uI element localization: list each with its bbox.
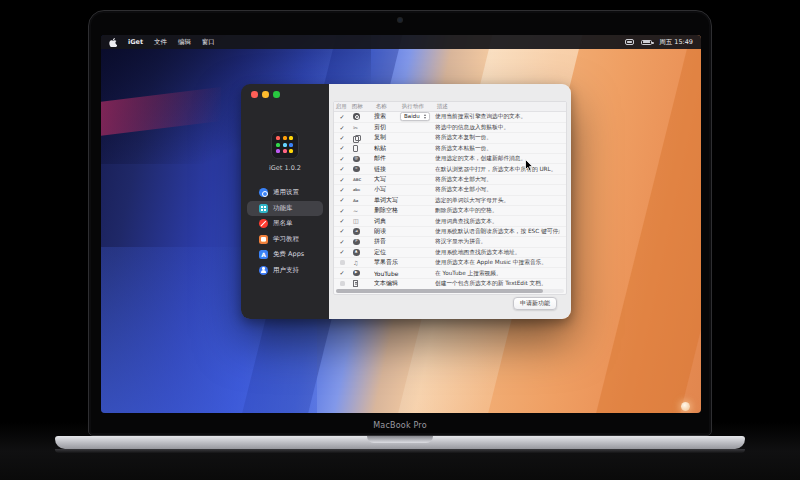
lowercase-icon: abc: [353, 187, 360, 192]
feature-row[interactable]: ✓✂剪切将选中的信息放入剪贴板中。: [334, 122, 566, 132]
enabled-checkbox-unchecked[interactable]: [340, 260, 345, 265]
feature-name: 粘贴: [374, 144, 400, 153]
feature-description: 将所选文本全部小写。: [435, 186, 559, 195]
app-icon: [271, 131, 299, 159]
sidebar-item-person[interactable]: 用户支持: [247, 263, 323, 279]
apple-menu-icon[interactable]: [109, 38, 117, 47]
feature-row[interactable]: ✓abc小写将所选文本全部小写。: [334, 184, 566, 194]
enabled-checkbox-checked[interactable]: ✓: [339, 187, 344, 193]
sidebar-item-a[interactable]: 免费 Apps: [247, 247, 323, 263]
feature-row[interactable]: ✓▲定位使用系统地图查找所选文本地址。: [334, 247, 566, 257]
zoom-button[interactable]: [273, 91, 280, 98]
feature-row[interactable]: 文本编辑创建一个包含所选文本的新 TextEdit 文档。: [334, 278, 566, 288]
enabled-checkbox-checked[interactable]: ✓: [339, 239, 344, 245]
feature-description: 使用当前搜索引擎查询选中的文本。: [435, 112, 559, 121]
feature-name: 搜索: [374, 112, 400, 121]
menu-item[interactable]: 窗口: [202, 38, 215, 47]
enabled-checkbox-checked[interactable]: ✓: [339, 145, 344, 151]
feature-row[interactable]: ✓Aa单词大写选定的单词以大写字母开头。: [334, 195, 566, 205]
enabled-checkbox-checked[interactable]: ✓: [339, 218, 344, 224]
window-sidebar: iGet 1.0.2 通用设置功能库黑名单学习教程免费 Apps用户支持: [241, 84, 329, 319]
app-version-label: iGet 1.0.2: [241, 164, 329, 172]
copy-icon: [353, 135, 359, 141]
enabled-checkbox-checked[interactable]: ✓: [339, 249, 344, 255]
horizontal-scrollbar[interactable]: [336, 289, 564, 293]
feature-description: 使用系统地图查找所选文本地址。: [435, 248, 559, 257]
menu-item[interactable]: 文件: [154, 38, 167, 47]
feature-name: 大写: [374, 175, 400, 184]
feature-name: 苹果音乐: [374, 258, 400, 267]
mouse-cursor: [525, 157, 534, 170]
feature-name: 剪切: [374, 123, 400, 132]
features-table: 启用图标名称执行动作描述 ✓搜索Baidu使用当前搜索引擎查询选中的文本。✓✂剪…: [333, 101, 567, 295]
sidebar-item-gear[interactable]: 通用设置: [247, 185, 323, 201]
sidebar-nav: 通用设置功能库黑名单学习教程免费 Apps用户支持: [241, 185, 329, 278]
menu-bar: iGet文件编辑窗口 周五 15:49: [101, 35, 701, 49]
menu-item[interactable]: iGet: [128, 38, 143, 47]
iget-window: iGet 1.0.2 通用设置功能库黑名单学习教程免费 Apps用户支持 启用图…: [241, 84, 571, 319]
enabled-checkbox-checked[interactable]: ✓: [339, 114, 344, 120]
feature-row[interactable]: ✓粘贴将所选文本粘贴一份。: [334, 143, 566, 153]
enabled-checkbox-unchecked[interactable]: [340, 281, 345, 286]
speech-icon: ◄: [353, 228, 360, 235]
sidebar-item-label: 通用设置: [273, 188, 299, 197]
feature-description: 在 YouTube 上搜索视频。: [435, 269, 559, 278]
pinyin-icon: P: [353, 239, 360, 246]
gear-icon: [259, 188, 268, 197]
feature-row[interactable]: ✓◫词典使用词典查找所选文本。: [334, 215, 566, 225]
enabled-checkbox-checked[interactable]: ✓: [339, 125, 344, 131]
feature-row[interactable]: ✓ABC大写将所选文本全部大写。: [334, 174, 566, 184]
enabled-checkbox-checked[interactable]: ✓: [339, 270, 344, 276]
enabled-checkbox-checked[interactable]: ✓: [339, 156, 344, 162]
link-icon: ∞: [353, 166, 360, 173]
feature-row[interactable]: ✓复制将所选文本复制一份。: [334, 132, 566, 142]
battery-icon[interactable]: [641, 40, 652, 45]
feature-row[interactable]: ♫苹果音乐使用所选文本在 Apple Music 中搜索音乐。: [334, 257, 566, 267]
menu-item[interactable]: 编辑: [178, 38, 191, 47]
feature-row[interactable]: ✓◄朗读使用系统默认语音朗读所选文本，按 ESC 键可停止: [334, 226, 566, 236]
minimize-button[interactable]: [262, 91, 269, 98]
control-center-icon[interactable]: [625, 39, 634, 45]
sidebar-item-grid[interactable]: 功能库: [247, 201, 323, 217]
feature-description: 将汉字显示为拼音。: [435, 238, 559, 247]
close-button[interactable]: [251, 91, 258, 98]
wallpaper-glow-dot: [681, 402, 690, 411]
sidebar-item-book[interactable]: 学习教程: [247, 232, 323, 248]
lid-notch: [367, 436, 433, 443]
capitalize-icon: Aa: [353, 198, 358, 203]
a-icon: [259, 250, 268, 259]
menubar-clock[interactable]: 周五 15:49: [659, 38, 693, 47]
sidebar-item-label: 黑名单: [273, 219, 293, 228]
feature-row[interactable]: ✓▶YouTube在 YouTube 上搜索视频。: [334, 267, 566, 277]
sidebar-item-label: 用户支持: [273, 266, 299, 275]
scrollbar-thumb[interactable]: [336, 289, 543, 293]
window-content: 启用图标名称执行动作描述 ✓搜索Baidu使用当前搜索引擎查询选中的文本。✓✂剪…: [329, 84, 571, 319]
youtube-icon: ▶: [353, 270, 360, 277]
feature-name: 小写: [374, 185, 400, 194]
sidebar-item-block[interactable]: 黑名单: [247, 216, 323, 232]
sidebar-item-label: 学习教程: [273, 235, 299, 244]
feature-description: 使用所选文本在 Apple Music 中搜索音乐。: [435, 258, 559, 267]
desktop-scene: iGet文件编辑窗口 周五 15:49 iGet 1.0.2: [0, 0, 800, 480]
feature-row[interactable]: ✓~删除空格删除所选文本中的空格。: [334, 205, 566, 215]
column-header: 启用: [334, 102, 349, 110]
search-icon: [353, 113, 360, 120]
table-header: 启用图标名称执行动作描述: [334, 102, 566, 112]
sidebar-item-label: 功能库: [273, 204, 293, 213]
enabled-checkbox-checked[interactable]: ✓: [339, 228, 344, 234]
enabled-checkbox-checked[interactable]: ✓: [339, 197, 344, 203]
feature-row[interactable]: ✓P拼音将汉字显示为拼音。: [334, 236, 566, 246]
macbook-base: [55, 436, 745, 449]
enabled-checkbox-checked[interactable]: ✓: [339, 135, 344, 141]
enabled-checkbox-checked[interactable]: ✓: [339, 208, 344, 214]
feature-row[interactable]: ✓搜索Baidu使用当前搜索引擎查询选中的文本。: [334, 112, 566, 122]
enabled-checkbox-checked[interactable]: ✓: [339, 177, 344, 183]
feature-name: 单词大写: [374, 196, 400, 205]
feature-description: 将所选文本全部大写。: [435, 175, 559, 184]
feature-name: 复制: [374, 133, 400, 142]
action-dropdown[interactable]: Baidu: [400, 112, 430, 121]
menubar-menus: iGet文件编辑窗口: [128, 38, 215, 47]
enabled-checkbox-checked[interactable]: ✓: [339, 166, 344, 172]
dictionary-icon: ◫: [353, 218, 359, 224]
request-feature-button[interactable]: 申请新功能: [513, 297, 557, 310]
